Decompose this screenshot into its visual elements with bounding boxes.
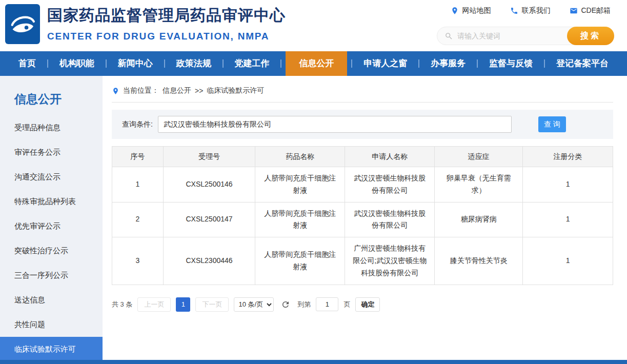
nav-item-registration-platform[interactable]: 登记备案平台 (549, 51, 616, 76)
main-panel: 当前位置： 信息公开 >> 临床试验默示许可 查询条件: 查 询 序号 受理号 … (103, 76, 627, 360)
quick-links: 网站地图 联系我们 CDE邮箱 (451, 6, 611, 15)
breadcrumb-section[interactable]: 信息公开 (163, 86, 191, 95)
sidebar-item-priority-review[interactable]: 优先审评公示 (0, 214, 103, 238)
breadcrumb-separator: >> (195, 87, 203, 95)
cell-no: 3 (112, 237, 164, 285)
cde-logo-icon (9, 10, 36, 38)
table-row: 2 CXSL2500147 人脐带间充质干细胞注射液 武汉汉密顿生物科技股份有限… (112, 202, 613, 237)
goto-label: 到第 (297, 300, 311, 309)
nav-item-policy[interactable]: 政策法规 (169, 51, 218, 76)
sidebar-item-delivery-info[interactable]: 送达信息 (0, 288, 103, 312)
nav-divider (477, 59, 478, 68)
sidebar-title: 信息公开 (0, 91, 103, 107)
footer-bar (0, 360, 627, 364)
sidebar-item-communication[interactable]: 沟通交流公示 (0, 165, 103, 189)
main-nav: 首页 机构职能 新闻中心 政策法规 党建工作 信息公开 申请人之窗 办事服务 监… (0, 51, 627, 76)
cell-reg-class: 1 (523, 202, 613, 237)
sidebar: 信息公开 受理品种信息 审评任务公示 沟通交流公示 特殊审批品种列表 优先审评公… (0, 76, 103, 360)
mailbox-label: CDE邮箱 (581, 6, 611, 15)
cell-no: 1 (112, 167, 164, 203)
contact-link[interactable]: 联系我们 (510, 6, 550, 15)
search-icon (444, 32, 453, 41)
nav-divider (223, 59, 224, 68)
nav-item-news[interactable]: 新闻中心 (111, 51, 160, 76)
nav-item-services[interactable]: 办事服务 (423, 51, 473, 76)
nav-item-organization[interactable]: 机构职能 (52, 51, 102, 76)
cell-drug-name: 人脐带间充质干细胞注射液 (255, 237, 345, 285)
col-header-acceptance-no: 受理号 (163, 147, 255, 167)
cell-drug-name: 人脐带间充质干细胞注射液 (255, 167, 345, 203)
nav-divider (351, 59, 352, 68)
results-table: 序号 受理号 药品名称 申请人名称 适应症 注册分类 1 CXSL2500146… (112, 146, 613, 285)
cell-no: 2 (112, 202, 164, 237)
nav-item-party-building[interactable]: 党建工作 (228, 51, 277, 76)
title-block: 国家药品监督管理局药品审评中心 CENTER FOR DRUG EVALUATI… (47, 5, 286, 42)
cell-indication: 膝关节骨性关节炎 (435, 237, 523, 285)
search-bar: 搜索 (437, 27, 614, 45)
location-pin-icon (112, 87, 119, 95)
breadcrumb-prefix: 当前位置： (123, 86, 159, 95)
current-page-button[interactable]: 1 (176, 297, 190, 312)
nav-item-info-disclosure[interactable]: 信息公开 (286, 51, 347, 76)
cell-acceptance-no: CXSL2300446 (163, 237, 255, 285)
map-pin-icon (451, 7, 459, 15)
cell-acceptance-no: CXSL2500146 (163, 167, 255, 203)
cell-drug-name: 人脐带间充质干细胞注射液 (255, 202, 345, 237)
sidebar-item-accepted-products[interactable]: 受理品种信息 (0, 115, 103, 140)
sidebar-item-breakthrough-therapy[interactable]: 突破性治疗公示 (0, 238, 103, 263)
site-logo[interactable] (5, 4, 40, 44)
table-row: 1 CXSL2500146 人脐带间充质干细胞注射液 武汉汉密顿生物科技股份有限… (112, 167, 613, 203)
query-panel: 查询条件: 查 询 (112, 110, 613, 139)
cell-applicant: 武汉汉密顿生物科技股份有限公司 (345, 202, 435, 237)
search-button[interactable]: 搜索 (567, 27, 614, 45)
col-header-no: 序号 (112, 147, 164, 167)
cell-indication: 糖尿病肾病 (435, 202, 523, 237)
nav-divider (280, 59, 281, 68)
search-input[interactable] (457, 32, 567, 40)
nav-divider (544, 59, 545, 68)
breadcrumb: 当前位置： 信息公开 >> 临床试验默示许可 (112, 86, 613, 103)
breadcrumb-current: 临床试验默示许可 (207, 86, 264, 95)
site-subtitle: CENTER FOR DRUG EVALUATION, NMPA (47, 31, 286, 42)
sidebar-item-special-approval-list[interactable]: 特殊审批品种列表 (0, 189, 103, 214)
nav-divider (164, 59, 165, 68)
phone-icon (510, 7, 518, 15)
content-area: 信息公开 受理品种信息 审评任务公示 沟通交流公示 特殊审批品种列表 优先审评公… (0, 76, 627, 360)
sidebar-item-review-tasks[interactable]: 审评任务公示 (0, 140, 103, 165)
page-size-select[interactable]: 10 条/页 (234, 297, 274, 312)
table-header-row: 序号 受理号 药品名称 申请人名称 适应症 注册分类 (112, 147, 613, 167)
cell-indication: 卵巢早衰（无生育需求） (435, 167, 523, 203)
confirm-button[interactable]: 确定 (355, 297, 380, 312)
col-header-applicant: 申请人名称 (345, 147, 435, 167)
sidebar-item-three-in-one[interactable]: 三合一序列公示 (0, 263, 103, 288)
nav-item-applicant-window[interactable]: 申请人之窗 (356, 51, 414, 76)
total-count: 共 3 条 (112, 300, 132, 309)
mail-icon (570, 7, 578, 15)
nav-item-supervision-feedback[interactable]: 监督与反馈 (482, 51, 540, 76)
mailbox-link[interactable]: CDE邮箱 (570, 6, 611, 15)
cell-reg-class: 1 (523, 237, 613, 285)
cell-applicant: 广州汉密顿生物科技有限公司;武汉汉密顿生物科技股份有限公司 (345, 237, 435, 285)
sidebar-item-common-issues[interactable]: 共性问题 (0, 312, 103, 337)
site-header: 国家药品监督管理局药品审评中心 CENTER FOR DRUG EVALUATI… (0, 0, 627, 51)
site-title: 国家药品监督管理局药品审评中心 (47, 5, 286, 26)
goto-page-input[interactable] (316, 297, 338, 311)
cell-reg-class: 1 (523, 167, 613, 203)
col-header-reg-class: 注册分类 (523, 147, 613, 167)
sidebar-item-clinical-trial-implied-license[interactable]: 临床试验默示许可 (0, 337, 103, 361)
nav-item-home[interactable]: 首页 (11, 51, 43, 76)
pagination: 共 3 条 上一页 1 下一页 10 条/页 到第 页 确定 (112, 297, 613, 312)
cell-acceptance-no: CXSL2500147 (163, 202, 255, 237)
query-input[interactable] (158, 116, 512, 133)
contact-label: 联系我们 (521, 6, 550, 15)
sitemap-label: 网站地图 (462, 6, 491, 15)
nav-divider (418, 59, 419, 68)
goto-suffix: 页 (343, 300, 350, 309)
sitemap-link[interactable]: 网站地图 (451, 6, 491, 15)
prev-page-button[interactable]: 上一页 (137, 297, 171, 312)
refresh-icon[interactable] (281, 300, 290, 309)
query-button[interactable]: 查 询 (538, 116, 566, 132)
query-label: 查询条件: (122, 120, 153, 129)
next-page-button[interactable]: 下一页 (195, 297, 229, 312)
nav-divider (106, 59, 107, 68)
